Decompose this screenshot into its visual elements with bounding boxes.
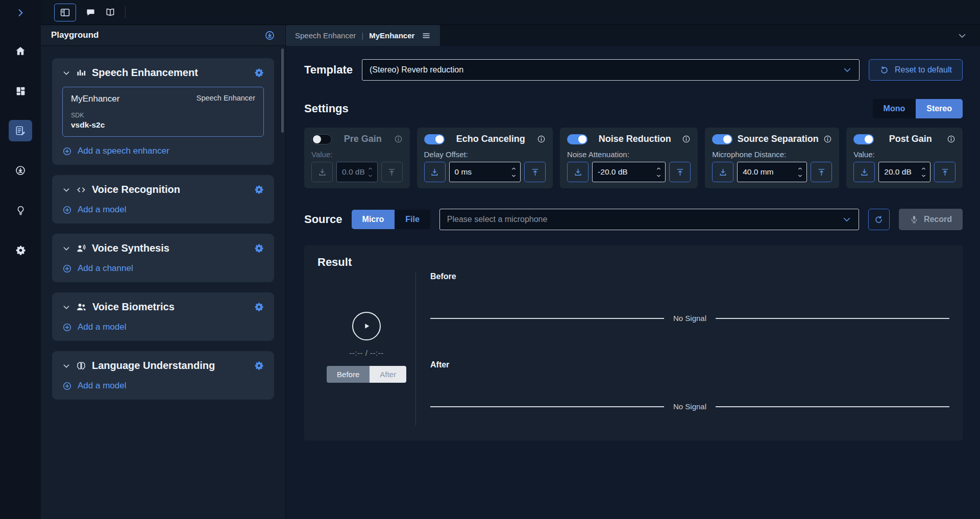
- info-icon[interactable]: [823, 135, 832, 143]
- add-speech-enhancer-button[interactable]: Add a speech enhancer: [62, 146, 264, 156]
- export-value-button[interactable]: [381, 162, 403, 182]
- add-channel-button[interactable]: Add a channel: [62, 263, 264, 274]
- import-value-button[interactable]: [567, 162, 589, 182]
- chevron-down-icon: [62, 69, 70, 77]
- section-settings-button[interactable]: [254, 302, 264, 312]
- value-stepper[interactable]: [654, 166, 665, 179]
- value-text: 0.0 dB: [337, 167, 366, 177]
- collapse-section-button[interactable]: [62, 69, 70, 77]
- section-card-language-understanding: Language Understanding Add a model: [52, 351, 274, 400]
- rail-playground-button[interactable]: [9, 120, 32, 141]
- section-settings-button[interactable]: [254, 185, 264, 194]
- setting-title: Echo Canceling: [449, 134, 533, 144]
- collapse-section-button[interactable]: [62, 244, 70, 253]
- docs-button[interactable]: [105, 7, 115, 17]
- collapse-section-button[interactable]: [62, 362, 70, 370]
- micro-option[interactable]: Micro: [352, 210, 395, 229]
- noise-reduction-toggle[interactable]: [567, 134, 587, 144]
- import-icon: [574, 168, 582, 177]
- refresh-devices-button[interactable]: [868, 209, 890, 230]
- after-track-label: After: [430, 360, 949, 369]
- main-column: Playground Speech Enhancement: [41, 0, 980, 519]
- template-row: Template (Stereo) Reverb reduction Reset…: [304, 59, 963, 81]
- info-icon[interactable]: [947, 135, 955, 143]
- tab-name-label: MyEnhancer: [369, 31, 414, 40]
- microphone-select[interactable]: Please select a microphone: [439, 209, 859, 230]
- before-option[interactable]: Before: [327, 366, 370, 383]
- import-value-button[interactable]: [712, 162, 733, 182]
- add-speech-enhancer-label: Add a speech enhancer: [78, 146, 169, 156]
- add-model-label: Add a model: [78, 205, 126, 215]
- import-value-button[interactable]: [424, 162, 446, 182]
- plus-circle-icon: [62, 264, 72, 274]
- post-gain-toggle[interactable]: [853, 134, 874, 144]
- chevron-down-icon: [843, 65, 852, 75]
- file-option[interactable]: File: [395, 210, 430, 229]
- info-icon[interactable]: [537, 135, 546, 143]
- mono-option[interactable]: Mono: [873, 99, 916, 118]
- plus-circle-icon: [62, 323, 72, 332]
- import-icon: [318, 168, 327, 177]
- panel-layout-button[interactable]: [54, 4, 76, 21]
- add-model-button[interactable]: Add a model: [62, 205, 264, 215]
- export-value-button[interactable]: [669, 162, 691, 182]
- dashboard-icon: [15, 86, 26, 96]
- info-icon[interactable]: [682, 135, 691, 143]
- template-select[interactable]: (Stereo) Reverb reduction: [362, 59, 860, 81]
- value-text: 40.0 mm: [738, 167, 795, 177]
- export-value-button[interactable]: [811, 162, 832, 182]
- tab-overflow-button[interactable]: [958, 31, 967, 40]
- stepper-down-icon: [921, 173, 926, 179]
- record-button[interactable]: Record: [899, 209, 963, 230]
- enhancer-list-item[interactable]: MyEnhancer Speech Enhancer SDK vsdk-s2c: [62, 87, 264, 137]
- microphone-distance-input[interactable]: 40.0 mm: [737, 162, 807, 182]
- chat-button[interactable]: [86, 8, 95, 17]
- section-card-voice-biometrics: Voice Biometrics Add a model: [52, 292, 274, 341]
- rail-home-button[interactable]: [9, 40, 32, 62]
- collapse-section-button[interactable]: [62, 303, 70, 311]
- section-settings-button[interactable]: [254, 361, 264, 370]
- section-settings-button[interactable]: [254, 243, 264, 253]
- value-stepper[interactable]: [366, 166, 377, 179]
- rail-dashboard-button[interactable]: [9, 80, 32, 102]
- value-stepper[interactable]: [509, 166, 520, 179]
- playground-panel: Playground Speech Enhancement: [41, 25, 286, 519]
- stepper-down-icon: [656, 173, 662, 179]
- section-settings-button[interactable]: [254, 68, 264, 78]
- expand-sidebar-button[interactable]: [0, 0, 41, 25]
- add-model-label: Add a model: [78, 322, 126, 332]
- info-icon[interactable]: [394, 135, 403, 143]
- import-value-button[interactable]: [853, 162, 875, 182]
- settings-heading: Settings: [304, 102, 349, 115]
- playground-download-button[interactable]: [264, 30, 275, 41]
- rail-download-button[interactable]: [9, 160, 32, 181]
- echo-canceling-toggle[interactable]: [424, 134, 445, 144]
- add-model-label: Add a model: [78, 381, 126, 391]
- add-model-button[interactable]: Add a model: [62, 381, 264, 391]
- export-value-button[interactable]: [934, 162, 955, 182]
- import-value-button[interactable]: [311, 162, 333, 182]
- pre-gain-value-input[interactable]: 0.0 dB: [336, 162, 378, 182]
- rail-tips-button[interactable]: [9, 200, 32, 221]
- panel-scrollbar[interactable]: [281, 48, 284, 133]
- stereo-option[interactable]: Stereo: [916, 99, 963, 118]
- after-option[interactable]: After: [370, 366, 406, 383]
- play-button[interactable]: [352, 312, 381, 340]
- reset-to-default-button[interactable]: Reset to default: [869, 59, 963, 81]
- collapse-section-button[interactable]: [62, 186, 70, 194]
- noise-attenuation-input[interactable]: -20.0 dB: [592, 162, 666, 182]
- value-stepper[interactable]: [919, 166, 930, 179]
- tab-strip: Speech Enhancer | MyEnhancer: [286, 25, 980, 46]
- value-stepper[interactable]: [795, 166, 806, 179]
- tab-myenhancer[interactable]: Speech Enhancer | MyEnhancer: [286, 25, 440, 46]
- add-model-button[interactable]: Add a model: [62, 322, 264, 332]
- time-display: --:-- / --:--: [349, 349, 383, 357]
- tab-menu-button[interactable]: [422, 31, 431, 40]
- export-value-button[interactable]: [524, 162, 546, 182]
- stepper-up-icon: [921, 166, 926, 171]
- pre-gain-toggle[interactable]: [311, 134, 332, 144]
- rail-settings-button[interactable]: [9, 239, 32, 261]
- post-gain-value-input[interactable]: 20.0 dB: [878, 162, 930, 182]
- source-separation-toggle[interactable]: [712, 134, 732, 144]
- delay-offset-input[interactable]: 0 ms: [449, 162, 521, 182]
